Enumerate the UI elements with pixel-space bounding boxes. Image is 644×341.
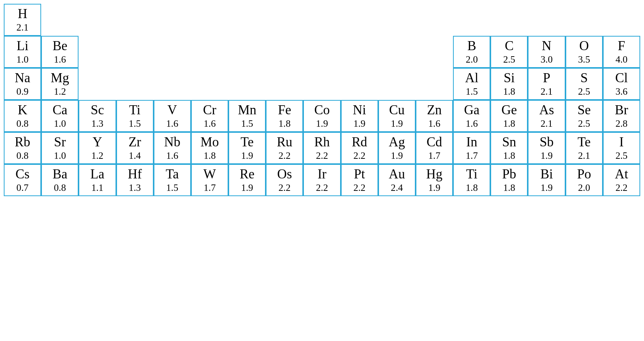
element-symbol: As — [539, 102, 554, 118]
element-value: 2.2 — [353, 150, 365, 162]
cell-r2-c16: O3.5 — [565, 36, 603, 68]
element-value: 1.9 — [241, 182, 253, 194]
element-symbol: Bi — [540, 166, 553, 182]
element-symbol: Mg — [51, 70, 69, 86]
element-value: 2.1 — [17, 22, 29, 34]
element-symbol: P — [543, 70, 550, 86]
cell-r5-c12: Cd1.7 — [416, 132, 453, 164]
cell-r3-c9 — [303, 68, 340, 100]
element-value: 4.0 — [615, 54, 627, 66]
element-symbol: Ti — [466, 166, 478, 182]
element-value: 1.1 — [91, 182, 103, 194]
element-symbol: C — [505, 38, 513, 54]
element-symbol: Ge — [501, 102, 517, 118]
element-value: 1.9 — [541, 182, 553, 194]
cell-r4-c13: Ga1.6 — [453, 100, 490, 132]
element-value: 1.8 — [503, 150, 515, 162]
cell-r2-c8 — [266, 36, 303, 68]
cell-r5-c16: Te2.1 — [565, 132, 603, 164]
cell-r4-c15: As2.1 — [528, 100, 565, 132]
element-value: 2.1 — [541, 118, 553, 130]
cell-r1-c8 — [266, 4, 303, 36]
cell-r2-c17: F4.0 — [603, 36, 640, 68]
element-value: 1.9 — [353, 118, 365, 130]
element-value: 1.9 — [241, 150, 253, 162]
cell-r4-c16: Se2.5 — [565, 100, 603, 132]
cell-r2-c3 — [79, 36, 116, 68]
element-value: 2.2 — [316, 150, 328, 162]
element-value: 2.8 — [615, 118, 627, 130]
element-symbol: Zn — [427, 102, 442, 118]
element-value: 1.9 — [428, 182, 441, 194]
cell-r5-c5: Nb1.6 — [154, 132, 191, 164]
cell-r1-c3 — [79, 4, 116, 36]
element-value: 2.0 — [466, 54, 478, 66]
element-value: 1.9 — [316, 118, 328, 130]
element-value: 1.6 — [203, 118, 216, 130]
cell-r4-c11: Cu1.9 — [378, 100, 416, 132]
element-value: 1.9 — [541, 150, 553, 162]
cell-r3-c10 — [341, 68, 378, 100]
element-symbol: Ni — [353, 102, 366, 118]
cell-r4-c12: Zn1.6 — [416, 100, 453, 132]
cell-r1-c6 — [191, 4, 228, 36]
element-value: 2.2 — [279, 150, 291, 162]
element-value: 3.6 — [615, 86, 627, 98]
element-symbol: Ru — [277, 134, 292, 150]
cell-r4-c5: V1.6 — [154, 100, 191, 132]
element-value: 1.5 — [166, 182, 178, 194]
cell-r1-c16 — [565, 4, 603, 36]
element-symbol: Br — [615, 102, 628, 118]
element-symbol: Mn — [238, 102, 256, 118]
element-value: 2.5 — [503, 54, 515, 66]
element-value: 1.3 — [91, 118, 103, 130]
element-value: 2.5 — [578, 118, 590, 130]
element-value: 1.2 — [54, 86, 66, 98]
element-value: 1.7 — [428, 150, 441, 162]
cell-r1-c17 — [603, 4, 640, 36]
cell-r4-c7: Mn1.5 — [228, 100, 266, 132]
cell-r5-c8: Ru2.2 — [266, 132, 303, 164]
cell-r3-c1: Na0.9 — [4, 68, 41, 100]
element-symbol: O — [579, 38, 589, 54]
element-symbol: Y — [92, 134, 102, 150]
element-value: 1.7 — [466, 150, 478, 162]
element-value: 1.6 — [466, 118, 478, 130]
cell-r3-c14: Si1.8 — [490, 68, 528, 100]
cell-r6-c16: Po2.0 — [565, 164, 603, 196]
cell-r6-c8: Os2.2 — [266, 164, 303, 196]
element-value: 0.7 — [17, 182, 29, 194]
cell-r6-c9: Ir2.2 — [303, 164, 340, 196]
cell-r1-c2 — [41, 4, 79, 36]
element-symbol: Au — [389, 166, 405, 182]
cell-r5-c14: Sn1.8 — [490, 132, 528, 164]
element-symbol: Rd — [352, 134, 367, 150]
cell-r6-c2: Ba0.8 — [41, 164, 79, 196]
element-symbol: Ta — [166, 166, 179, 182]
cell-r2-c15: N3.0 — [528, 36, 565, 68]
element-value: 2.2 — [316, 182, 328, 194]
cell-r6-c12: Hg1.9 — [416, 164, 453, 196]
cell-r6-c4: Hf1.3 — [116, 164, 154, 196]
cell-r1-c7 — [228, 4, 266, 36]
cell-r2-c11 — [378, 36, 416, 68]
element-value: 2.0 — [578, 182, 590, 194]
element-symbol: Na — [15, 70, 30, 86]
cell-r5-c7: Te1.9 — [228, 132, 266, 164]
element-symbol: Ba — [52, 166, 67, 182]
cell-r4-c8: Fe1.8 — [266, 100, 303, 132]
cell-r2-c10 — [341, 36, 378, 68]
element-symbol: Se — [578, 102, 591, 118]
element-value: 2.2 — [279, 182, 291, 194]
element-symbol: Al — [465, 70, 478, 86]
element-value: 1.3 — [129, 182, 141, 194]
element-value: 1.8 — [203, 150, 216, 162]
cell-r1-c13 — [453, 4, 490, 36]
cell-r2-c13: B2.0 — [453, 36, 490, 68]
element-symbol: Mo — [200, 134, 219, 150]
element-value: 1.9 — [391, 150, 403, 162]
element-value: 0.8 — [17, 150, 29, 162]
element-symbol: Cs — [15, 166, 29, 182]
element-value: 1.9 — [391, 118, 403, 130]
cell-r5-c2: Sr1.0 — [41, 132, 79, 164]
